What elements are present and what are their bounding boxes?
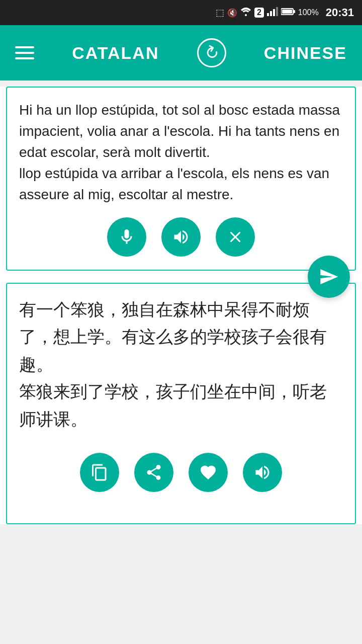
close-icon xyxy=(226,228,244,246)
clear-button[interactable] xyxy=(216,217,255,257)
svg-point-0 xyxy=(245,14,247,16)
svg-rect-2 xyxy=(270,11,272,16)
status-bar: ⬚ 🔇 2 xyxy=(0,0,362,25)
wifi-icon xyxy=(240,7,251,18)
source-panel: Hi ha un llop estúpida, tot sol al bosc … xyxy=(6,87,356,271)
swap-languages-button[interactable]: ↻ xyxy=(197,38,226,67)
screenshot-icon: ⬚ xyxy=(216,7,224,18)
target-text[interactable]: 有一个笨狼，独自在森林中呆得不耐烦了，想上学。有这么多的学校孩子会很有趣。 笨狼… xyxy=(19,296,343,433)
svg-rect-7 xyxy=(294,10,295,13)
favorite-button[interactable] xyxy=(189,453,228,492)
mic-icon xyxy=(118,228,136,246)
refresh-icon: ↻ xyxy=(201,41,223,65)
share-icon xyxy=(145,463,163,481)
source-text[interactable]: Hi ha un llop estúpida, tot sol al bosc … xyxy=(19,100,343,205)
volume-icon xyxy=(253,463,272,481)
heart-icon xyxy=(199,463,217,481)
speaker-button[interactable] xyxy=(161,217,201,257)
share-button[interactable] xyxy=(134,453,173,492)
svg-rect-6 xyxy=(282,10,292,14)
target-speaker-button[interactable] xyxy=(243,453,282,492)
svg-rect-1 xyxy=(267,13,269,16)
send-icon xyxy=(319,267,339,287)
speaker-icon xyxy=(172,228,190,246)
target-panel: 有一个笨狼，独自在森林中呆得不耐烦了，想上学。有这么多的学校孩子会很有趣。 笨狼… xyxy=(6,283,356,524)
mute-icon: 🔇 xyxy=(227,8,237,18)
source-controls xyxy=(19,217,343,262)
translate-button[interactable] xyxy=(308,256,350,298)
source-language-button[interactable]: CATALAN xyxy=(72,43,159,63)
notification-badge: 2 xyxy=(254,8,264,18)
status-icons: ⬚ 🔇 2 xyxy=(216,7,319,18)
signal-icon xyxy=(267,7,278,18)
copy-icon xyxy=(90,463,109,481)
target-controls xyxy=(19,453,343,497)
status-time: 20:31 xyxy=(326,6,354,19)
svg-rect-4 xyxy=(276,7,278,16)
main-content: Hi ha un llop estúpida, tot sol al bosc … xyxy=(0,87,362,524)
nav-bar: CATALAN ↻ CHINESE xyxy=(0,25,362,80)
svg-rect-3 xyxy=(273,9,275,16)
menu-button[interactable] xyxy=(15,46,34,59)
battery-percent: 100% xyxy=(298,8,319,17)
mic-button[interactable] xyxy=(107,217,146,257)
copy-button[interactable] xyxy=(80,453,119,492)
target-language-button[interactable]: CHINESE xyxy=(264,43,347,63)
battery-icon xyxy=(281,8,295,18)
